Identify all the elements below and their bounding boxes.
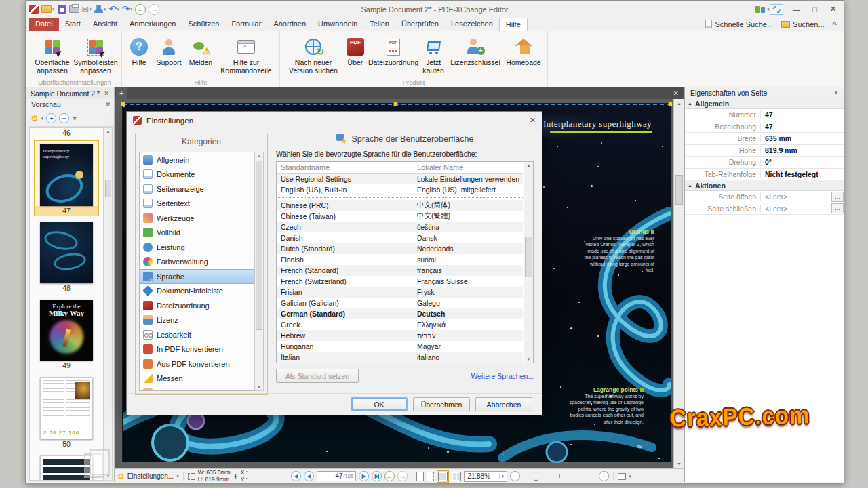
property-row[interactable]: Drehung0° bbox=[685, 157, 844, 169]
scrollbar-thumb[interactable] bbox=[675, 175, 683, 205]
tab-anordnen[interactable]: Anordnen bbox=[267, 18, 312, 30]
customize-interface-button[interactable]: Oberfläche anpassen bbox=[31, 33, 73, 75]
history-forward-button[interactable]: → bbox=[149, 4, 159, 15]
action-row[interactable]: Seite öffnen <Leer> … bbox=[685, 191, 844, 203]
zoom-slider-thumb[interactable] bbox=[534, 472, 538, 481]
scroll-down-icon[interactable]: ▾ bbox=[674, 461, 684, 467]
close-properties-icon[interactable]: ✕ bbox=[833, 89, 839, 96]
category-farbverwaltung[interactable]: Farbverwaltung bbox=[140, 255, 254, 270]
thumbnail-scrollbar[interactable]: ▴ ▾ bbox=[104, 127, 113, 481]
category-allgemein[interactable]: Allgemein bbox=[140, 152, 254, 167]
two-page-continuous-button[interactable] bbox=[452, 472, 461, 481]
zoom-out-button[interactable]: − bbox=[510, 471, 520, 481]
expand-icon[interactable]: » bbox=[71, 117, 79, 121]
last-page-button[interactable]: ▶ bbox=[372, 471, 382, 481]
buy-now-button[interactable]: Jetzt kaufen bbox=[419, 33, 448, 75]
history-back-button[interactable]: ← bbox=[135, 4, 146, 15]
more-languages-link[interactable]: Weitere Sprachen... bbox=[471, 372, 534, 380]
close-button[interactable]: ✕ bbox=[824, 5, 842, 14]
language-row[interactable]: Chinese (Taiwan)中文(繁體) bbox=[277, 211, 523, 222]
first-page-button[interactable]: ◀ bbox=[291, 471, 301, 481]
scroll-up-icon[interactable]: ▴ bbox=[255, 153, 263, 159]
category-lesbarkeit[interactable]: Lesbarkeit bbox=[140, 327, 254, 342]
language-row-german[interactable]: German (Standard)Deutsch bbox=[277, 308, 523, 319]
print-button[interactable] bbox=[69, 3, 79, 16]
scroll-down-icon[interactable]: ▾ bbox=[524, 357, 533, 362]
ui-layout-button[interactable] bbox=[755, 6, 765, 13]
language-row[interactable]: French (Switzerland)Français Suisse bbox=[277, 276, 523, 287]
language-row[interactable]: HungarianMagyar bbox=[277, 341, 523, 352]
undo-button[interactable]: ↶▾ bbox=[109, 3, 119, 16]
zoom-slider[interactable] bbox=[523, 471, 596, 481]
next-view-button[interactable]: → bbox=[397, 471, 408, 481]
scroll-up-icon[interactable]: ▴ bbox=[674, 100, 684, 106]
language-row[interactable]: DanishDansk bbox=[277, 232, 523, 243]
dialog-close-button[interactable]: ✕ bbox=[530, 116, 536, 125]
category-identitaet[interactable]: Identität bbox=[140, 386, 254, 391]
language-table[interactable]: Standardname Lokaler Name Use Regional S… bbox=[276, 161, 534, 363]
property-row[interactable]: Tab-ReihenfolgeNicht festgelegt bbox=[685, 169, 844, 181]
selection-handle[interactable] bbox=[393, 102, 398, 106]
column-standardname[interactable]: Standardname bbox=[277, 163, 417, 171]
help-button[interactable]: ? Hilfe bbox=[125, 33, 153, 67]
category-werkzeuge[interactable]: Werkzeuge bbox=[140, 211, 254, 226]
category-leistung[interactable]: Leistung bbox=[140, 240, 254, 255]
set-as-default-button[interactable]: Als Standard setzen bbox=[276, 369, 359, 383]
language-row[interactable]: Galician (Galician)Galego bbox=[277, 298, 523, 308]
thumbnail-cell-48[interactable]: 48 bbox=[34, 219, 99, 293]
scroll-up-icon[interactable]: ▴ bbox=[104, 129, 112, 134]
preview-options-button[interactable]: ⚙ bbox=[31, 113, 39, 123]
language-row[interactable]: English (US), Built-InEnglish (US), mitg… bbox=[277, 184, 523, 195]
customize-toolbars-button[interactable]: Symbolleisten anpassen bbox=[73, 33, 118, 75]
page-thumbnail-47[interactable]: Interplanetary superhighway bbox=[40, 144, 93, 206]
section-aktionen[interactable]: ▲ Aktionen bbox=[685, 180, 844, 191]
tab-formular[interactable]: Formular bbox=[225, 18, 267, 30]
thumbnail-zoom-in-button[interactable]: + bbox=[46, 113, 56, 123]
edit-action-button[interactable]: … bbox=[831, 203, 844, 214]
scrollbar-thumb[interactable] bbox=[256, 161, 262, 330]
category-dateizuordnung[interactable]: Dateizuordnung bbox=[140, 298, 254, 313]
language-row[interactable]: Italianitaliano bbox=[277, 352, 523, 363]
tab-anmerkungen[interactable]: Anmerkungen bbox=[123, 18, 182, 30]
ok-button[interactable]: OK bbox=[351, 397, 408, 411]
close-document-icon[interactable]: ✕ bbox=[104, 90, 109, 97]
property-row[interactable]: Bezeichnung47 bbox=[685, 121, 844, 134]
tab-teilen[interactable]: Teilen bbox=[363, 18, 395, 30]
property-row[interactable]: Höhe819.9 mm bbox=[685, 145, 844, 157]
tab-start[interactable]: Start bbox=[59, 18, 87, 30]
page-view-mode-button[interactable] bbox=[618, 473, 626, 480]
apply-button[interactable]: Übernehmen bbox=[413, 397, 470, 411]
column-lokaler-name[interactable]: Lokaler Name bbox=[417, 163, 463, 171]
license-key-button[interactable]: + Lizenzschlüssel bbox=[448, 33, 503, 67]
selection-handle[interactable] bbox=[121, 102, 125, 106]
thumbnail-zoom-out-button[interactable]: − bbox=[59, 113, 69, 123]
category-aus-pdf-konvertieren[interactable]: Aus PDF konvertieren bbox=[140, 357, 254, 371]
thumbnail-cell-47[interactable]: Interplanetary superhighway 47 bbox=[34, 140, 99, 216]
fullscreen-button[interactable]: ↗↙ bbox=[770, 4, 783, 15]
file-association-button[interactable]: PDF Dateizuordnung bbox=[368, 33, 419, 67]
redo-button[interactable]: ↷▾ bbox=[122, 3, 132, 16]
category-messen[interactable]: Messen bbox=[140, 371, 254, 386]
previous-view-button[interactable]: ← bbox=[384, 471, 395, 481]
save-button[interactable] bbox=[58, 3, 66, 16]
close-preview-icon[interactable]: ✕ bbox=[105, 101, 111, 108]
find-button[interactable]: Suchen... bbox=[781, 20, 824, 28]
dialog-title-bar[interactable]: Einstellungen ✕ bbox=[127, 112, 542, 129]
scroll-down-icon[interactable]: ▾ bbox=[255, 384, 263, 390]
tab-ueberpruefen[interactable]: Überprüfen bbox=[395, 18, 445, 30]
open-button[interactable]: ▾ bbox=[41, 3, 55, 16]
quick-search-button[interactable]: Schnelle Suche... bbox=[705, 20, 773, 28]
language-row[interactable]: Use Regional SettingsLokale Einstellunge… bbox=[277, 174, 523, 184]
category-sprache[interactable]: Sprache bbox=[140, 269, 254, 284]
two-page-layout-button-active[interactable] bbox=[437, 470, 449, 483]
minimize-button[interactable]: — bbox=[787, 5, 806, 14]
support-button[interactable]: Support bbox=[153, 33, 185, 67]
check-for-updates-button[interactable]: ↻ Nach neuer Version suchen bbox=[283, 33, 343, 75]
tab-datei[interactable]: Datei bbox=[29, 18, 59, 30]
property-row[interactable]: Nummer47 bbox=[685, 109, 844, 121]
cancel-button[interactable]: Abbrechen bbox=[475, 397, 532, 411]
category-seitenanzeige[interactable]: Seitenanzeige bbox=[140, 182, 254, 197]
language-row[interactable]: Finnishsuomi bbox=[277, 254, 523, 265]
scrollbar-thumb[interactable] bbox=[525, 237, 532, 277]
category-seitentext[interactable]: Seitentext bbox=[140, 197, 254, 211]
